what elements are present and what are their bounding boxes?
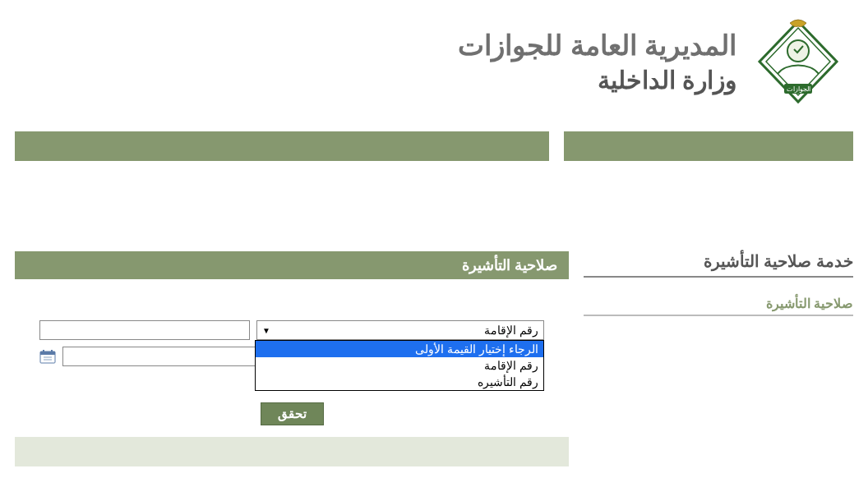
dropdown-option-placeholder[interactable]: الرجاء إختيار القيمة الأولى bbox=[256, 341, 543, 357]
logo-text: الجوازات bbox=[787, 85, 810, 93]
header-text-block: المديرية العامة للجوازات وزارة الداخلية bbox=[458, 29, 736, 94]
service-title: خدمة صلاحية التأشيرة bbox=[584, 251, 853, 278]
page-header: الجوازات المديرية العامة للجوازات وزارة … bbox=[0, 0, 868, 131]
header-subtitle: وزارة الداخلية bbox=[458, 66, 736, 94]
dropdown-option-visa[interactable]: رقم التأشيره bbox=[256, 374, 543, 390]
agency-logo: الجوازات bbox=[753, 16, 843, 107]
panel-footer-bar bbox=[15, 437, 569, 466]
date-input[interactable] bbox=[62, 347, 273, 366]
header-title: المديرية العامة للجوازات bbox=[458, 29, 736, 62]
top-bar-right bbox=[564, 131, 853, 161]
id-type-select[interactable]: رقم الإقامة ▼ الرجاء إختيار القيمة الأول… bbox=[256, 320, 544, 340]
select-value: رقم الإقامة bbox=[484, 324, 538, 337]
panel-title: صلاحية التأشيرة bbox=[15, 251, 569, 279]
svg-rect-6 bbox=[43, 350, 44, 353]
sidebar: خدمة صلاحية التأشيرة صلاحية التأشيرة bbox=[584, 251, 853, 316]
sidebar-link-visa-validity[interactable]: صلاحية التأشيرة bbox=[584, 296, 853, 316]
id-type-dropdown: الرجاء إختيار القيمة الأولى رقم الإقامة … bbox=[255, 340, 544, 391]
dropdown-option-iqama[interactable]: رقم الإقامة bbox=[256, 357, 543, 374]
chevron-down-icon: ▼ bbox=[262, 326, 270, 335]
svg-rect-7 bbox=[51, 350, 53, 353]
top-bar-row bbox=[0, 131, 868, 161]
svg-rect-5 bbox=[40, 351, 55, 355]
calendar-icon[interactable] bbox=[39, 349, 56, 364]
verify-button[interactable]: تحقق bbox=[261, 402, 324, 425]
id-number-input[interactable] bbox=[39, 320, 250, 340]
top-bar-left bbox=[15, 131, 549, 161]
form-panel: صلاحية التأشيرة رقم الإقامة ▼ الرجاء إخت… bbox=[15, 251, 569, 466]
